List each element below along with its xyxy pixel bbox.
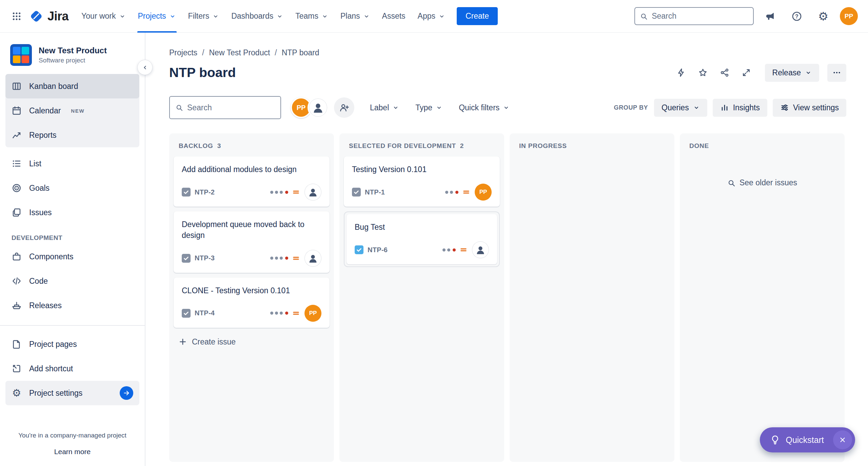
see-older-issues-link[interactable]: See older issues [680,178,845,187]
user-avatar[interactable]: PP [840,7,858,25]
create-button[interactable]: Create [457,7,498,25]
progress-dots-icon [269,191,288,194]
issue-key: NTP-2 [195,188,215,196]
sidebar-item-components[interactable]: Components [5,244,139,269]
sidebar-item-kanban-board[interactable]: Kanban board [5,74,139,98]
nav-apps[interactable]: Apps [412,0,451,33]
assignee-avatar[interactable] [304,184,321,201]
open-settings-arrow-icon[interactable] [120,386,133,400]
nav-label: Projects [138,12,166,21]
global-search-input[interactable] [652,12,748,21]
filter-type-dropdown[interactable]: Type [415,103,442,112]
sidebar-item-list[interactable]: List [5,151,139,176]
sidebar-item-calendar[interactable]: Calendar NEW [5,98,139,123]
add-people-icon[interactable] [334,97,354,118]
announcements-icon[interactable] [761,6,780,26]
assignee-avatar[interactable]: PP [475,184,492,201]
sidebar-item-project-settings[interactable]: ⚙ Project settings [5,381,139,405]
sidebar-item-label: Components [29,252,73,261]
assignee-avatar[interactable]: PP [304,305,321,322]
priority-medium-icon [292,254,300,263]
project-type: Software project [39,57,107,64]
board-search-input[interactable] [187,103,275,112]
create-issue-button[interactable]: Create issue [174,333,330,351]
task-type-icon [352,188,361,197]
nav-plans[interactable]: Plans [334,0,376,33]
chevron-down-icon [212,13,219,20]
member-avatar-generic[interactable] [308,97,329,118]
issue-card-ntp-6[interactable]: Bug Test NTP-6 [347,214,497,264]
more-actions-button[interactable] [827,64,846,82]
sidebar-item-label: Goals [29,184,50,193]
sidebar-item-reports[interactable]: Reports [5,123,139,147]
sidebar-item-code[interactable]: Code [5,269,139,293]
nav-dashboards[interactable]: Dashboards [225,0,289,33]
nav-your-work[interactable]: Your work [75,0,132,33]
main-content: Projects / New Test Product / NTP board … [145,33,868,466]
project-header: New Test Product Software project [0,33,145,73]
fullscreen-expand-icon[interactable] [737,63,755,82]
quickstart-close-icon[interactable] [833,430,852,449]
board-actions: Release [672,63,846,82]
column-header: DONE [680,133,845,156]
issue-card-ntp-2[interactable]: Add additional modules to design NTP-2 [174,156,330,207]
nav-assets[interactable]: Assets [376,0,412,33]
quickstart-button[interactable]: Quickstart [760,427,855,452]
nav-label: Assets [382,12,406,21]
column-cards: Add additional modules to design NTP-2 [169,156,334,351]
app-switcher-icon[interactable] [7,6,26,26]
chevron-down-icon [438,13,445,20]
issue-card-ntp-4[interactable]: CLONE - Testing Version 0.101 NTP-4 [174,278,330,328]
sidebar-item-project-pages[interactable]: Project pages [5,332,139,356]
issue-card-ntp-1[interactable]: Testing Version 0.101 NTP-1 [344,156,500,207]
board-search[interactable] [169,96,281,119]
progress-dots-icon [269,312,288,315]
assignee-avatar[interactable] [472,241,489,258]
board-column-backlog: BACKLOG 3 Add additional modules to desi… [169,133,334,462]
sidebar-collapse-button[interactable] [137,60,153,75]
group-by-queries-dropdown[interactable]: Queries [654,99,707,117]
star-icon[interactable] [694,63,712,82]
nav-projects[interactable]: Projects [132,0,182,33]
assignee-avatar[interactable] [304,250,321,267]
issue-title: Bug Test [355,222,489,232]
chevron-down-icon [805,69,812,76]
project-sidebar: New Test Product Software project Kanban… [0,33,145,466]
breadcrumb-projects[interactable]: Projects [169,48,197,57]
ship-icon [12,300,22,311]
jira-logo[interactable]: Jira [26,9,75,23]
target-icon [12,183,22,193]
column-count: 3 [217,142,221,150]
release-button[interactable]: Release [765,64,819,82]
breadcrumb-board[interactable]: NTP board [282,48,319,57]
breadcrumb-project[interactable]: New Test Product [209,48,270,57]
chevron-down-icon [321,13,328,20]
global-search[interactable] [634,7,754,25]
nav-label: Apps [418,12,435,21]
automation-lightning-icon[interactable] [672,63,690,82]
column-title: SELECTED FOR DEVELOPMENT [349,142,456,150]
sidebar-item-releases[interactable]: Releases [5,293,139,318]
settings-gear-icon[interactable]: ⚙ [813,6,833,26]
more-horizontal-icon [832,68,841,77]
person-icon [311,101,325,114]
nav-label: Teams [295,12,318,21]
components-icon [12,251,22,262]
issue-card-ntp-3[interactable]: Development queue moved back to design N… [174,211,330,273]
nav-teams[interactable]: Teams [289,0,334,33]
quick-filters-dropdown[interactable]: Quick filters [459,103,510,112]
share-icon[interactable] [715,63,734,82]
filter-label-dropdown[interactable]: Label [370,103,399,112]
sidebar-item-goals[interactable]: Goals [5,176,139,200]
priority-medium-icon [459,245,468,254]
view-settings-button[interactable]: View settings [773,99,846,117]
page-title: NTP board [169,65,236,80]
insights-button[interactable]: Insights [713,99,767,117]
help-icon[interactable]: ? [787,6,807,26]
nav-filters[interactable]: Filters [182,0,225,33]
learn-more-link[interactable]: Learn more [54,448,91,456]
column-title: IN PROGRESS [519,142,567,150]
sidebar-item-issues[interactable]: Issues [5,200,139,225]
search-icon [640,12,648,21]
sidebar-item-add-shortcut[interactable]: Add shortcut [5,356,139,381]
